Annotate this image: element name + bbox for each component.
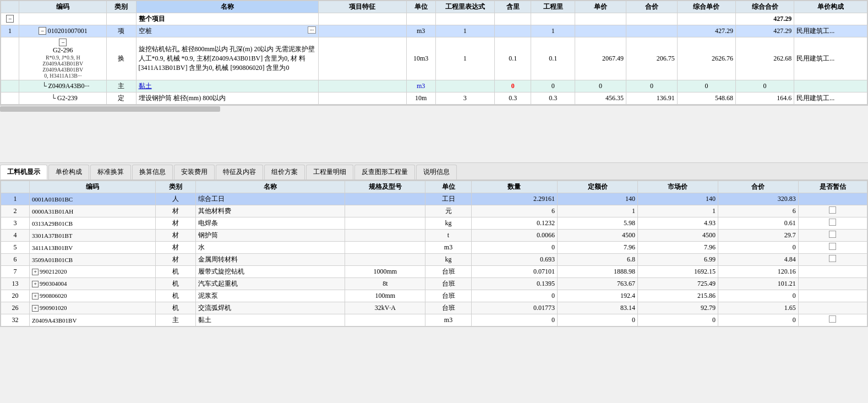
summary-total: 427.29 bbox=[736, 13, 794, 25]
row-spec-7: 8t bbox=[345, 278, 425, 290]
col-comp-price-header: 综合单价 bbox=[677, 1, 735, 13]
row-spec-2 bbox=[345, 217, 425, 230]
bottom-col-spec: 规格及型号 bbox=[345, 181, 425, 193]
row-code-3: 3301A37B01BT bbox=[30, 230, 156, 242]
row-code-7: +990304004 bbox=[30, 278, 156, 290]
tab-zujiafangan[interactable]: 组价方案 bbox=[264, 165, 305, 179]
row2-unit: 10m3 bbox=[406, 37, 435, 80]
tab-gonglianmingxi[interactable]: 工程量明细 bbox=[306, 165, 353, 179]
row2-price: 2067.49 bbox=[575, 37, 626, 80]
row-plus-6[interactable]: + bbox=[32, 269, 39, 275]
row-type-6: 机 bbox=[156, 266, 196, 278]
row1-icon[interactable]: ··· bbox=[308, 26, 316, 34]
row-spec-6: 1000mm bbox=[345, 266, 425, 278]
bottom-col-qty: 数量 bbox=[471, 181, 557, 193]
row-fixed-3: 4500 bbox=[558, 230, 638, 242]
tab-danjiachenggou[interactable]: 单价构成 bbox=[48, 165, 89, 179]
tab-biaozhunhuasuan[interactable]: 标准换算 bbox=[90, 165, 131, 179]
row-g2-239: └ G2-239 定 埋设钢护筒 桩径(mm) 800以内 10m 3 0.3 … bbox=[1, 92, 867, 105]
row-market-9: 92.79 bbox=[637, 302, 718, 314]
row-spec-0 bbox=[345, 193, 425, 205]
row-num-3: 4 bbox=[1, 230, 30, 242]
row-market-8: 215.86 bbox=[637, 290, 718, 302]
row-plus-8[interactable]: + bbox=[32, 293, 39, 299]
row-market-5: 6.99 bbox=[637, 254, 718, 266]
row-total-2: 0.61 bbox=[718, 217, 798, 230]
row4-unit: 10m bbox=[406, 92, 435, 105]
tab-shuoming[interactable]: 说明信息 bbox=[416, 165, 457, 179]
row-est-7 bbox=[798, 278, 867, 290]
row-qty-4: 0 bbox=[471, 242, 557, 254]
row-est-5[interactable] bbox=[798, 254, 867, 266]
row1-expr: 1 bbox=[435, 25, 494, 37]
row-qty-0: 2.29161 bbox=[471, 193, 557, 205]
row-type-1: 材 bbox=[156, 205, 196, 217]
checkbox-1[interactable] bbox=[829, 206, 836, 214]
row-qty-5: 0.693 bbox=[471, 254, 557, 266]
row-spec-3 bbox=[345, 230, 425, 242]
bottom-col-name: 名称 bbox=[196, 181, 345, 193]
row-code-5: 3509A01B01CB bbox=[30, 254, 156, 266]
summary-minus[interactable]: − bbox=[1, 13, 19, 25]
row-name-7: 汽车式起重机 bbox=[196, 278, 345, 290]
row4-content: 0.3 bbox=[495, 92, 531, 105]
col-type-header: 类别 bbox=[107, 1, 136, 13]
checkbox-10[interactable] bbox=[829, 315, 836, 323]
tab-anzhuangfeiyong[interactable]: 安装费用 bbox=[174, 165, 215, 179]
row-name-5: 金属周转材料 bbox=[196, 254, 345, 266]
row-name-10: 黏土 bbox=[196, 314, 345, 326]
row-plus-7[interactable]: + bbox=[32, 281, 39, 287]
checkbox-5[interactable] bbox=[829, 255, 836, 262]
row4-price: 456.35 bbox=[575, 92, 626, 105]
row1-compprice: 427.29 bbox=[677, 25, 735, 37]
row3-comptotal: 0 bbox=[736, 80, 794, 92]
tab-gongliaojiDisplay[interactable]: 工料机显示 bbox=[0, 165, 47, 179]
checkbox-2[interactable] bbox=[829, 219, 836, 226]
row-market-4: 7.96 bbox=[637, 242, 718, 254]
row-est-3[interactable] bbox=[798, 230, 867, 242]
row-code-1: 0000A31B01AH bbox=[30, 205, 156, 217]
row-total-5: 4.84 bbox=[718, 254, 798, 266]
row-fixed-7: 763.67 bbox=[558, 278, 638, 290]
row-est-1[interactable] bbox=[798, 205, 867, 217]
row-code-6: +990212020 bbox=[30, 266, 156, 278]
checkbox-4[interactable] bbox=[829, 243, 836, 250]
row-name-9: 交流弧焊机 bbox=[196, 302, 345, 314]
row-est-4[interactable] bbox=[798, 242, 867, 254]
tab-fancha[interactable]: 反查图形工程量 bbox=[354, 165, 415, 179]
row-unit-4: m3 bbox=[425, 242, 471, 254]
row-est-0 bbox=[798, 193, 867, 205]
bottom-row-4: 53411A13B01BV材水m307.967.960 bbox=[1, 242, 867, 254]
checkbox-3[interactable] bbox=[829, 231, 836, 238]
row-type-4: 材 bbox=[156, 242, 196, 254]
row-est-9 bbox=[798, 302, 867, 314]
row-fixed-8: 192.4 bbox=[558, 290, 638, 302]
row3-compprice: 0 bbox=[677, 80, 735, 92]
row-plus-9[interactable]: + bbox=[32, 305, 39, 312]
row-g2-296: − G2-296 R*0.9, J*0.9, H Z0409A43B01BV Z… bbox=[1, 37, 867, 80]
tab-tezhengneiring[interactable]: 特征及内容 bbox=[216, 165, 263, 179]
row3-unit: m3 bbox=[406, 80, 435, 92]
row1-minus[interactable]: − 010201007001 bbox=[19, 25, 107, 37]
row-type-9: 机 bbox=[156, 302, 196, 314]
top-scrollbar[interactable] bbox=[0, 105, 868, 112]
tab-huansuanxinxi[interactable]: 换算信息 bbox=[132, 165, 173, 179]
row-unit-9: 台班 bbox=[425, 302, 471, 314]
row2-code: − G2-296 R*0.9, J*0.9, H Z0409A43B01BV Z… bbox=[19, 37, 107, 80]
row-total-1: 6 bbox=[718, 205, 798, 217]
row4-compprice: 548.68 bbox=[677, 92, 735, 105]
row-type-0: 人 bbox=[156, 193, 196, 205]
row-est-2[interactable] bbox=[798, 217, 867, 230]
summary-row: − 整个项目 427.29 bbox=[1, 13, 867, 25]
row1-comptotal: 427.29 bbox=[736, 25, 794, 37]
row-code-2: 0313A29B01CB bbox=[30, 217, 156, 230]
row-fixed-1: 1 bbox=[558, 205, 638, 217]
row-type-10: 主 bbox=[156, 314, 196, 326]
row-total-7: 101.21 bbox=[718, 278, 798, 290]
row-fixed-9: 83.14 bbox=[558, 302, 638, 314]
col-feature-header: 项目特征 bbox=[319, 1, 406, 13]
row4-pricecomp: 民用建筑工... bbox=[794, 92, 867, 105]
row-est-10[interactable] bbox=[798, 314, 867, 326]
row1-type: 项 bbox=[107, 25, 136, 37]
bottom-row-1: 20000A31B01AH材其他材料费元6116 bbox=[1, 205, 867, 217]
